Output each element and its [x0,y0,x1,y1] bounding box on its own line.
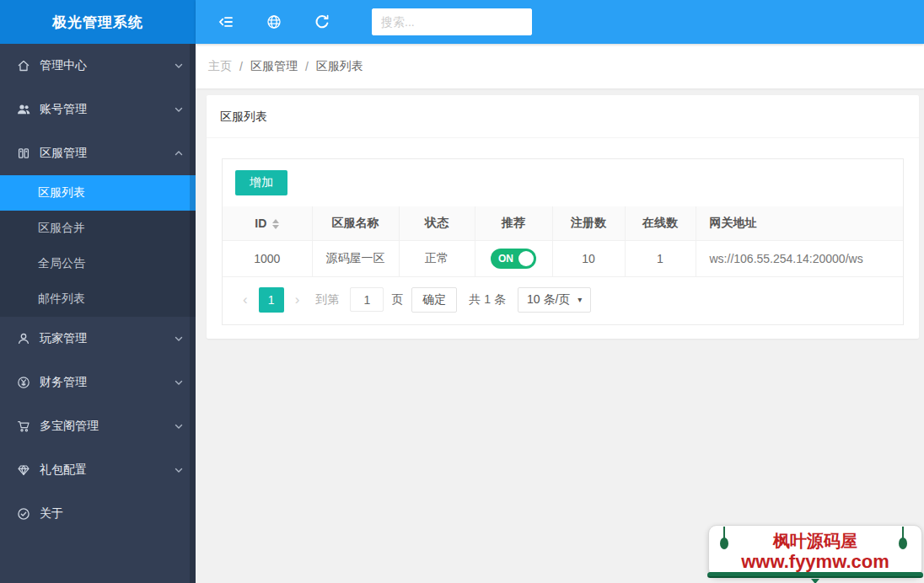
sort-icon[interactable] [272,219,279,229]
watermark-tip [811,579,819,583]
top-bar [196,0,924,44]
column-header-online: 在线数 [625,206,696,240]
yen-circle-icon [17,376,30,389]
content-area: 区服列表 增加 [196,88,924,583]
prev-page-button[interactable]: ‹ [235,292,255,307]
card-title: 区服列表 [207,95,919,138]
chevron-up-icon [174,148,184,158]
breadcrumb-current: 区服列表 [316,59,363,74]
home-icon [17,59,30,72]
app-root: 极光管理系统 [0,0,924,583]
breadcrumb-server-management[interactable]: 区服管理 [250,59,298,74]
sidebar-item-management-center[interactable]: 管理中心 [0,44,196,88]
gem-icon [17,463,30,477]
cell-registered: 10 [552,240,625,276]
sidebar-item-gift-config[interactable]: 礼包配置 [0,448,196,492]
breadcrumb-home[interactable]: 主页 [208,59,232,74]
cell-id: 1000 [223,240,312,276]
add-button[interactable]: 增加 [235,170,287,195]
cart-icon [17,420,30,433]
chevron-down-icon [174,377,184,388]
app-logo: 极光管理系统 [0,0,196,44]
pin-icon [898,527,908,552]
column-header-recommend: 推荐 [475,206,552,240]
cell-gateway: ws://106.55.254.14:20000/ws [696,240,903,276]
page-unit-label: 页 [391,292,403,308]
sidebar-item-about[interactable]: 关于 [0,492,196,536]
watermark-badge: 枫叶源码屋 www.fyymw.com [708,525,922,577]
table-header-row: ID 区服名称 状态 推荐 注册数 在线数 网关地址 [223,206,903,240]
cell-status: 正常 [399,240,475,276]
watermark-url: www.fyymw.com [709,552,921,571]
search-input[interactable] [372,8,532,35]
column-header-status: 状态 [399,206,475,240]
sidebar-item-account[interactable]: 账号管理 [0,88,196,131]
sidebar-item-treasure[interactable]: 多宝阁管理 [0,404,196,448]
sidebar-item-finance[interactable]: 财务管理 [0,361,196,404]
column-header-name: 区服名称 [312,206,399,240]
pin-icon [719,527,729,552]
cell-online: 1 [625,240,696,276]
confirm-page-button[interactable]: 确定 [411,287,457,313]
submenu-server-management: 区服列表 区服合并 全局公告 邮件列表 [0,175,196,317]
server-list-card: 区服列表 增加 [207,95,919,339]
chevron-down-icon [174,421,184,431]
chevron-down-icon: ▾ [578,295,582,304]
page-size-select[interactable]: 10 条/页 ▾ [518,287,591,313]
chevron-down-icon [174,465,184,475]
table-row: 1000 源码屋一区 正常 ON 10 [223,240,903,276]
sidebar-item-player[interactable]: 玩家管理 [0,317,196,361]
column-header-gateway: 网关地址 [696,206,903,240]
toggle-knob [518,251,534,266]
table-container: 增加 ID [222,158,904,325]
globe-icon[interactable] [266,13,282,30]
cell-recommend: ON [475,240,552,276]
refresh-icon[interactable] [314,13,330,30]
sidebar-subitem-mail-list[interactable]: 邮件列表 [0,281,196,317]
column-header-registered: 注册数 [552,206,625,240]
page-number-input[interactable] [350,287,384,312]
recommend-toggle[interactable]: ON [491,249,536,269]
chevron-down-icon [174,104,184,115]
watermark-title: 枫叶源码屋 [709,531,921,552]
watermark-bar [707,572,923,578]
check-circle-icon [17,507,30,521]
next-page-button[interactable]: › [287,292,308,307]
pagination: ‹ 1 › 到第 页 确定 共 1 条 10 条/页 ▾ [223,277,903,324]
server-table: ID 区服名称 状态 推荐 注册数 在线数 网关地址 [223,206,903,277]
total-count-label: 共 1 条 [469,292,506,308]
breadcrumb: 主页 / 区服管理 / 区服列表 [196,44,924,88]
main-area: 主页 / 区服管理 / 区服列表 区服列表 增加 [196,44,924,583]
sidebar-subitem-global-notice[interactable]: 全局公告 [0,246,196,281]
goto-label: 到第 [315,292,339,308]
sidebar-item-server-management[interactable]: 区服管理 [0,131,196,175]
server-icon [17,147,30,160]
column-header-id[interactable]: ID [223,206,312,240]
sidebar: 管理中心 账号管理 [0,44,196,583]
cell-name: 源码屋一区 [312,240,399,276]
collapse-menu-icon[interactable] [218,13,234,30]
table-toolbar: 增加 [223,159,903,206]
chevron-down-icon [174,334,184,344]
chevron-down-icon [174,61,184,71]
sidebar-subitem-server-list[interactable]: 区服列表 [0,175,196,211]
user-icon [17,332,30,345]
current-page-button[interactable]: 1 [259,287,284,313]
users-icon [17,103,30,116]
sidebar-subitem-server-merge[interactable]: 区服合并 [0,211,196,246]
